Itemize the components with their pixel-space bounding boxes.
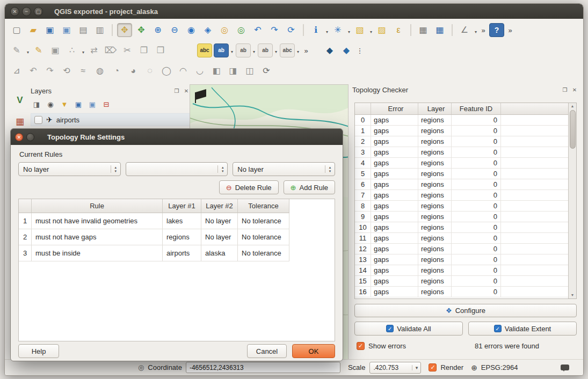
zoom-next-icon[interactable]: ↷: [267, 23, 282, 37]
simplify-feature-icon[interactable]: ≈: [76, 64, 91, 78]
validate-all-button[interactable]: ✓ Validate All: [354, 322, 463, 336]
move-feature-icon[interactable]: ⇄: [86, 43, 101, 57]
error-row[interactable]: 4 gaps regions 0: [355, 158, 568, 169]
error-row[interactable]: 6 gaps regions 0: [355, 179, 568, 190]
open-project-icon[interactable]: ▰: [26, 23, 41, 37]
remove-layer-icon[interactable]: ⊟: [100, 98, 112, 110]
error-row[interactable]: 14 gaps regions 0: [355, 265, 568, 276]
error-row[interactable]: 16 gaps regions 0: [355, 287, 568, 297]
zoom-native-icon[interactable]: ◉: [184, 23, 199, 37]
save-project-icon[interactable]: ▣: [42, 23, 57, 37]
toolbar-overflow-icon[interactable]: »: [479, 23, 488, 37]
scroll-up-icon[interactable]: ▲: [571, 103, 575, 110]
error-row[interactable]: 3 gaps regions 0: [355, 147, 568, 158]
refresh-icon[interactable]: ⟳: [284, 23, 299, 37]
dropdown-arrow-icon[interactable]: ▾: [412, 365, 420, 370]
show-errors-checkbox[interactable]: ✓: [357, 342, 365, 350]
validate-extent-button[interactable]: ✓ Validate Extent: [468, 322, 577, 336]
help-button[interactable]: Help: [18, 344, 59, 358]
add-rule-button[interactable]: ⊕ Add Rule: [284, 180, 335, 194]
toolbar-overflow-icon[interactable]: »: [506, 23, 514, 37]
pan-to-selection-icon[interactable]: ✥: [134, 23, 149, 37]
panel-float-icon[interactable]: ❐: [172, 88, 181, 94]
layer-item-airports[interactable]: ✈ airports: [31, 113, 191, 126]
error-row[interactable]: 8 gaps regions 0: [355, 201, 568, 212]
select-by-expression-icon[interactable]: ε: [391, 23, 406, 37]
rule-row[interactable]: 2 must not have gaps regions No layer No…: [19, 229, 335, 245]
add-feature-icon[interactable]: ∴: [64, 43, 79, 57]
error-row[interactable]: 10 gaps regions 0: [355, 222, 568, 233]
combo-spinner-icon[interactable]: ▴▾: [325, 165, 335, 173]
identify-features-icon[interactable]: ℹ: [308, 23, 323, 37]
rotate-point-symbols-icon[interactable]: ⟳: [259, 64, 274, 78]
error-row[interactable]: 12 gaps regions 0: [355, 244, 568, 254]
layer-visibility-checkbox[interactable]: [34, 116, 42, 124]
add-part-icon[interactable]: ◔: [109, 64, 124, 78]
help-icon[interactable]: ?: [489, 23, 504, 37]
python-console-icon[interactable]: ◆: [339, 43, 354, 57]
window-maximize-button[interactable]: ▢: [34, 7, 43, 16]
rule-row[interactable]: 1 must not have invalid geometries lakes…: [19, 213, 335, 229]
rule-row[interactable]: 3 must be inside airports alaska No tole…: [19, 245, 335, 261]
add-raster-layer-icon[interactable]: ▦: [12, 114, 27, 128]
delete-rule-button[interactable]: ⊖ Delete Rule: [219, 180, 279, 194]
window-close-button[interactable]: ✕: [10, 7, 19, 16]
add-ring-icon[interactable]: ◍: [92, 64, 107, 78]
error-row[interactable]: 13 gaps regions 0: [355, 254, 568, 265]
undo-icon[interactable]: ↶: [26, 64, 41, 78]
pan-map-icon[interactable]: ✥: [117, 23, 132, 37]
combo-spinner-icon[interactable]: ▴▾: [111, 165, 120, 173]
rotate-label-icon[interactable]: ab: [258, 43, 273, 57]
open-attribute-table-icon[interactable]: ▦: [416, 23, 431, 37]
layer-name[interactable]: airports: [56, 116, 79, 124]
dialog-close-button[interactable]: ✕: [15, 133, 23, 141]
merge-features-icon[interactable]: ◫: [242, 64, 257, 78]
toggle-editing-icon[interactable]: ✎: [31, 43, 46, 57]
table-scrollbar[interactable]: ▲ ▼: [568, 103, 576, 298]
toolbar-overflow-icon[interactable]: »: [302, 43, 310, 57]
rule-type-select[interactable]: ▴▾: [126, 162, 228, 176]
error-row[interactable]: 15 gaps regions 0: [355, 276, 568, 287]
error-row[interactable]: 5 gaps regions 0: [355, 169, 568, 179]
reshape-features-icon[interactable]: ◠: [176, 64, 191, 78]
redo-icon[interactable]: ↷: [42, 64, 57, 78]
panel-close-icon[interactable]: ✕: [570, 87, 579, 93]
log-messages-icon[interactable]: [561, 365, 569, 370]
offset-curve-icon[interactable]: ◡: [192, 64, 207, 78]
split-features-icon[interactable]: ◧: [209, 64, 224, 78]
configure-button[interactable]: ❖ Configure: [354, 304, 577, 317]
deselect-features-icon[interactable]: ▨: [374, 23, 389, 37]
crs-status-text[interactable]: EPSG:2964: [481, 363, 518, 371]
node-tool-icon[interactable]: ⊿: [9, 64, 24, 78]
label-highlight-icon[interactable]: ab: [214, 43, 229, 57]
cancel-button[interactable]: Cancel: [247, 344, 287, 358]
move-label-icon[interactable]: ab: [236, 43, 251, 57]
new-print-composer-icon[interactable]: ▤: [76, 23, 91, 37]
error-row[interactable]: 9 gaps regions 0: [355, 212, 568, 222]
new-project-icon[interactable]: ▢: [9, 23, 24, 37]
change-label-icon[interactable]: abc: [280, 43, 295, 57]
zoom-last-icon[interactable]: ↶: [250, 23, 265, 37]
delete-ring-icon[interactable]: ◌: [142, 64, 157, 78]
current-edits-icon[interactable]: ✎: [9, 43, 24, 57]
copy-features-icon[interactable]: ❐: [136, 43, 151, 57]
measure-icon[interactable]: ∠: [457, 23, 472, 37]
scroll-thumb[interactable]: [570, 110, 576, 149]
scale-combobox[interactable]: .420.753 ▾: [369, 362, 421, 374]
window-titlebar[interactable]: ✕ − ▢ QGIS exported - project_alaska: [5, 4, 583, 19]
combo-spinner-icon[interactable]: ▴▾: [217, 165, 227, 173]
dialog-titlebar[interactable]: ✕ Topology Rule Settings: [11, 129, 343, 145]
filter-legend-icon[interactable]: ▼: [59, 98, 70, 110]
panel-float-icon[interactable]: ❐: [561, 87, 569, 93]
fill-ring-icon[interactable]: ◕: [126, 64, 141, 78]
ok-button[interactable]: OK: [292, 344, 335, 358]
error-row[interactable]: 11 gaps regions 0: [355, 233, 568, 244]
scroll-down-icon[interactable]: ▼: [571, 292, 575, 298]
run-feature-action-icon[interactable]: ✳: [330, 23, 345, 37]
zoom-out-icon[interactable]: ⊖: [167, 23, 182, 37]
rule-layer1-select[interactable]: No layer ▴▾: [18, 162, 121, 176]
zoom-to-selection-icon[interactable]: ◎: [234, 23, 249, 37]
error-row[interactable]: 1 gaps regions 0: [355, 126, 568, 136]
select-features-icon[interactable]: ▧: [352, 23, 367, 37]
coordinate-input[interactable]: [186, 362, 340, 373]
